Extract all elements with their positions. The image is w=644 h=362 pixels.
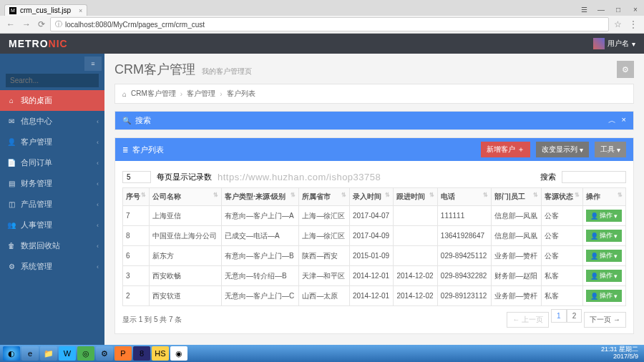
taskbar-app-1[interactable]: W — [59, 346, 76, 361]
taskbar-app-5[interactable]: 8 — [133, 346, 150, 361]
reload-icon[interactable]: ⟳ — [36, 19, 47, 29]
list-icon: ≣ — [122, 146, 128, 154]
taskbar-app-6[interactable]: HS — [152, 346, 169, 361]
sort-icon: ⇅ — [291, 192, 296, 198]
table-search-input[interactable] — [562, 171, 626, 183]
col-4[interactable]: 录入时间⇅ — [349, 188, 393, 206]
sidebar-item-8[interactable]: ⚙系统管理‹ — [0, 256, 104, 277]
minimize-icon[interactable]: — — [592, 3, 610, 16]
sidebar-item-label: 客户管理 — [21, 137, 52, 147]
cell-stat: 公客 — [542, 226, 582, 246]
pager-page-2[interactable]: 2 — [567, 309, 582, 323]
settings-button[interactable]: ⚙ — [617, 61, 634, 78]
chevron-down-icon: ▾ — [614, 293, 618, 300]
sidebar-item-6[interactable]: 👥人事管理‹ — [0, 215, 104, 235]
cell-dept: 信息部—凤凰 — [491, 226, 541, 246]
sidebar-item-7[interactable]: 🗑数据回收站‹ — [0, 235, 104, 256]
address-bar[interactable]: ⓘ localhost:8080/MyCrm/pages_crm/crm_cus… — [50, 17, 609, 31]
change-columns-button[interactable]: 改变显示列 ▾ — [536, 142, 589, 157]
sidebar-item-label: 产品管理 — [21, 199, 52, 210]
sidebar-item-label: 信息中心 — [21, 116, 52, 127]
row-action-button[interactable]: 👤操作▾ — [586, 290, 622, 302]
sidebar-item-2[interactable]: 👤客户管理‹ — [0, 132, 104, 152]
row-action-button[interactable]: 👤操作▾ — [586, 230, 622, 242]
pager-info: 显示 1 到 5 共 7 条 — [122, 315, 182, 325]
start-button[interactable]: ◐ — [3, 346, 20, 361]
cell-city: 上海—徐汇区 — [299, 206, 349, 226]
pager-prev[interactable]: ← 上一页 — [507, 312, 549, 328]
cell-stat: 私客 — [542, 286, 582, 306]
new-customer-button[interactable]: 新增客户＋ — [481, 142, 530, 157]
row-action-button[interactable]: 👤操作▾ — [586, 210, 622, 222]
close-window-icon[interactable]: × — [627, 3, 644, 16]
user-icon: 👤 — [7, 138, 16, 146]
breadcrumb: ⌂ CRM客户管理› 客户管理› 客户列表 — [114, 84, 634, 104]
back-icon[interactable]: ← — [4, 19, 17, 29]
system-clock[interactable]: 21:31 星期二2017/5/9 — [601, 346, 641, 361]
cell-follow — [394, 246, 437, 266]
taskbar-app-4[interactable]: P — [114, 346, 132, 361]
row-action-button[interactable]: 👤操作▾ — [586, 250, 622, 262]
chevron-left-icon: ‹ — [97, 263, 99, 270]
sidebar-item-0[interactable]: ⌂我的桌面 — [0, 90, 104, 111]
chevron-down-icon: ▾ — [614, 233, 618, 240]
taskbar-app-3[interactable]: ⚙ — [96, 346, 113, 361]
search-panel-header[interactable]: 🔍 搜索 ︿ × — [115, 112, 633, 129]
home-icon: ⌂ — [122, 90, 127, 98]
chevron-left-icon: ‹ — [97, 180, 99, 187]
col-1[interactable]: 公司名称⇅ — [149, 188, 221, 206]
pager-next[interactable]: 下一页 → — [584, 312, 626, 328]
close-panel-icon[interactable]: × — [622, 115, 626, 126]
cell-idx: 6 — [123, 246, 150, 266]
maximize-icon[interactable]: □ — [610, 3, 627, 16]
chevron-down-icon: ▾ — [614, 212, 618, 220]
sidebar-search-input[interactable] — [6, 74, 99, 87]
customer-table: 序号⇅公司名称⇅客户类型·来源·级别⇅所属省市⇅录入时间⇅跟进时间⇅电话⇅部门|… — [122, 187, 626, 306]
col-9[interactable]: 操作⇅ — [582, 188, 625, 206]
cell-follow — [394, 206, 437, 226]
trash-icon: 🗑 — [7, 242, 16, 250]
cell-city: 山西—太原 — [299, 286, 349, 306]
browser-tab[interactable]: M crm_cus_list.jsp × — [4, 4, 87, 16]
collapse-icon[interactable]: ︿ — [608, 115, 616, 126]
cell-dept: 业务部—赞杆 — [491, 246, 541, 266]
table-row: 6新东方有意向—客户上门—B陕西—西安2015-01-09029-8942511… — [123, 246, 626, 266]
sidebar-item-4[interactable]: ▤财务管理‹ — [0, 173, 104, 194]
pager-page-1[interactable]: 1 — [551, 309, 567, 323]
sidebar-item-1[interactable]: ✉信息中心‹ — [0, 111, 104, 132]
col-5[interactable]: 跟进时间⇅ — [394, 188, 437, 206]
table-row: 2西安软道无意向—客户上门—C山西—太原2014-12-012014-12-02… — [123, 286, 626, 306]
forward-icon[interactable]: → — [20, 19, 33, 29]
sort-icon: ⇅ — [429, 192, 434, 198]
col-3[interactable]: 所属省市⇅ — [299, 188, 349, 206]
sidebar-item-5[interactable]: ◫产品管理‹ — [0, 194, 104, 215]
chevron-left-icon: ‹ — [97, 222, 99, 229]
cell-tel: 029-89425112 — [437, 246, 491, 266]
star-icon[interactable]: ☆ — [612, 19, 624, 29]
table-row: 3西安欧畅无意向—转介绍—B天津—和平区2014-12-012014-12-02… — [123, 266, 626, 286]
watermark: https://www.huzhan.com/ishop33758 — [218, 172, 381, 182]
col-8[interactable]: 客源状态⇅ — [542, 188, 582, 206]
col-0[interactable]: 序号⇅ — [123, 188, 150, 206]
row-action-button[interactable]: 👤操作▾ — [586, 270, 622, 282]
user-menu[interactable]: 用户名 ▾ — [593, 38, 635, 49]
taskbar-explorer-icon[interactable]: 📁 — [40, 346, 57, 361]
taskbar-app-2[interactable]: ◎ — [77, 346, 94, 361]
sidebar-item-3[interactable]: 📄合同订单‹ — [0, 152, 104, 173]
menu-toggle[interactable]: ≡ — [84, 57, 102, 71]
taskbar-chrome-icon[interactable]: ◉ — [170, 346, 187, 361]
col-6[interactable]: 电话⇅ — [437, 188, 491, 206]
crumb-1[interactable]: 客户管理 — [187, 89, 215, 99]
crumb-0[interactable]: CRM客户管理 — [131, 89, 176, 99]
plus-icon: ＋ — [517, 145, 525, 155]
sidebar-item-label: 财务管理 — [21, 178, 52, 189]
menu-icon[interactable]: ⋮ — [627, 19, 640, 29]
tools-button[interactable]: 工具 ▾ — [595, 142, 626, 157]
cell-dept: 信息部—凤凰 — [491, 206, 541, 226]
col-7[interactable]: 部门|员工⇅ — [491, 188, 541, 206]
close-tab-icon[interactable]: × — [79, 7, 82, 14]
taskbar-ie-icon[interactable]: e — [21, 346, 39, 361]
page-size-input[interactable] — [122, 171, 151, 183]
acct-icon[interactable]: ☰ — [575, 3, 592, 16]
col-2[interactable]: 客户类型·来源·级别⇅ — [221, 188, 299, 206]
